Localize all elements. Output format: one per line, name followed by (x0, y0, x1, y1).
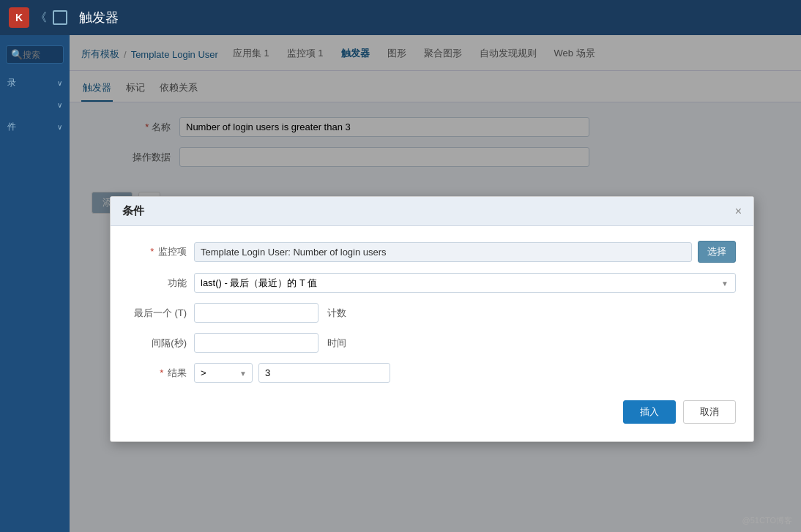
main-layout: 🔍 录 ∨ ∨ 件 ∨ 所有模板 / Template Login U (0, 35, 801, 532)
sidebar-arrow-3: ∨ (57, 123, 62, 131)
modal-row-monitor: * 监控项 选择 (128, 241, 736, 263)
page-title: 触发器 (79, 9, 119, 26)
sidebar-item-1[interactable]: 录 ∨ (0, 71, 70, 95)
modal-field-interval: 时间 (194, 333, 736, 353)
modal-row-result: * 结果 > >= < <= = (128, 363, 736, 383)
sidebar-item-2[interactable]: ∨ (0, 95, 70, 115)
sidebar: 🔍 录 ∨ ∨ 件 ∨ (0, 35, 70, 532)
modal-footer: 插入 取消 (128, 393, 736, 424)
modal-label-function: 功能 (128, 277, 194, 290)
last-t-unit: 计数 (327, 307, 346, 320)
result-operator-select[interactable]: > >= < <= = != (194, 363, 253, 383)
modal-field-monitor: 选择 (194, 241, 736, 263)
sidebar-arrow-2: ∨ (57, 101, 62, 109)
sidebar-item-label-1: 录 (7, 77, 16, 89)
modal-field-function: last() - 最后（最近）的 T 值 avg() - 平均值 min() -… (194, 273, 736, 293)
interval-unit: 时间 (327, 337, 346, 350)
last-t-input[interactable] (194, 303, 318, 323)
modal-header: 条件 × (111, 197, 753, 226)
function-select[interactable]: last() - 最后（最近）的 T 值 avg() - 平均值 min() -… (194, 273, 736, 293)
last-t-group: 计数 (194, 303, 736, 323)
monitor-input[interactable] (194, 242, 692, 262)
search-input[interactable] (23, 50, 59, 60)
modal-row-last-t: 最后一个 (T) 计数 (128, 303, 736, 323)
choose-button[interactable]: 选择 (698, 241, 736, 263)
sidebar-item-label-3: 件 (7, 121, 16, 133)
insert-button[interactable]: 插入 (623, 400, 676, 424)
interval-group: 时间 (194, 333, 736, 353)
search-icon: 🔍 (11, 49, 23, 60)
app-logo: K (9, 7, 29, 28)
modal-label-interval: 间隔(秒) (128, 337, 194, 350)
result-value-input[interactable] (258, 363, 390, 383)
modal-label-last-t: 最后一个 (T) (128, 307, 194, 320)
modal-row-interval: 间隔(秒) 时间 (128, 333, 736, 353)
req-star-monitor: * (150, 246, 157, 257)
modal-dialog: 条件 × * 监控项 选择 (110, 196, 754, 442)
result-operator-wrap: > >= < <= = != (194, 363, 253, 383)
sidebar-item-3[interactable]: 件 ∨ (0, 115, 70, 139)
function-select-wrapper: last() - 最后（最近）的 T 值 avg() - 平均值 min() -… (194, 273, 736, 293)
modal-label-monitor: * 监控项 (128, 245, 194, 258)
sidebar-arrow-1: ∨ (57, 79, 62, 87)
modal-overlay: 条件 × * 监控项 选择 (70, 35, 801, 532)
nav-chevrons[interactable]: 《 (35, 10, 47, 26)
modal-field-last-t: 计数 (194, 303, 736, 323)
result-row: > >= < <= = != (194, 363, 736, 383)
modal-label-result: * 结果 (128, 367, 194, 380)
modal-row-function: 功能 last() - 最后（最近）的 T 值 avg() - 平均值 min(… (128, 273, 736, 293)
window-icon[interactable] (53, 10, 67, 25)
modal-field-result: > >= < <= = != (194, 363, 736, 383)
modal-close-btn[interactable]: × (735, 206, 742, 217)
interval-input[interactable] (194, 333, 318, 353)
watermark: @51CTO博客 (742, 515, 792, 526)
req-star-result: * (160, 367, 166, 378)
cancel-button[interactable]: 取消 (683, 400, 736, 424)
sidebar-section: 录 ∨ ∨ 件 ∨ (0, 71, 70, 139)
collapse-icon[interactable]: 《 (35, 10, 47, 26)
modal-title: 条件 (122, 204, 144, 218)
top-bar: K 《 触发器 (0, 0, 801, 35)
main-content: 所有模板 / Template Login User 应用集 1 监控项 1 触… (70, 35, 801, 532)
monitor-input-group: 选择 (194, 241, 736, 263)
sidebar-search[interactable]: 🔍 (6, 45, 64, 64)
modal-body: * 监控项 选择 功能 (111, 226, 753, 441)
